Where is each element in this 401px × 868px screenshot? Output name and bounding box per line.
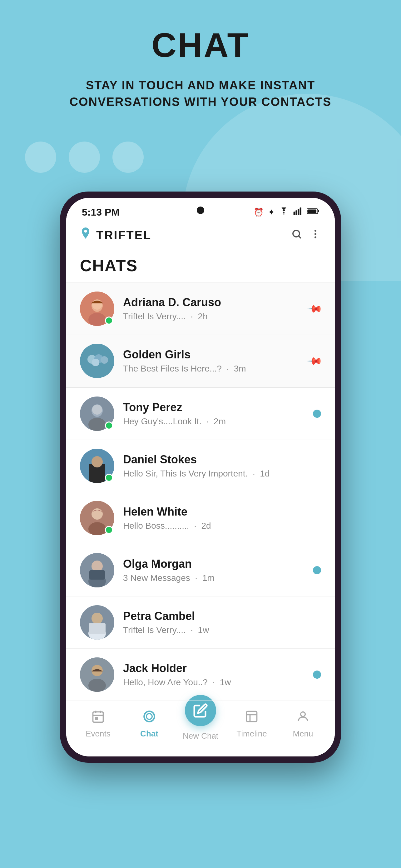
wifi-icon xyxy=(279,208,289,217)
unread-indicator xyxy=(313,410,321,418)
contact-name: Golden Girls xyxy=(123,348,308,361)
contact-name: Olga Morgan xyxy=(123,557,313,570)
svg-point-0 xyxy=(283,213,285,215)
message-preview: Hello, How Are You..? · 1w xyxy=(123,677,313,687)
timeline-icon xyxy=(245,710,259,726)
svg-rect-6 xyxy=(318,210,319,213)
chat-item[interactable]: Adriana D. Caruso Triftel Is Verry.... ·… xyxy=(66,283,335,335)
unread-indicator xyxy=(313,566,321,574)
chat-info: Olga Morgan 3 New Messages · 1m xyxy=(123,557,313,583)
events-label: Events xyxy=(86,729,110,739)
message-preview: The Best Files Is Here...? · 3m xyxy=(123,364,308,374)
location-pin-icon xyxy=(80,227,91,243)
menu-icon xyxy=(296,710,310,726)
bluetooth-icon: ✦ xyxy=(268,208,275,217)
signal-icon xyxy=(293,208,302,217)
svg-rect-2 xyxy=(295,211,297,215)
svg-point-51 xyxy=(301,712,305,717)
events-icon xyxy=(91,710,105,726)
chats-heading: CHATS xyxy=(66,250,335,283)
message-preview: 3 New Messages · 1m xyxy=(123,573,313,583)
phone-screen: 5:13 PM ⏰ ✦ xyxy=(66,198,335,756)
svg-rect-35 xyxy=(89,570,105,580)
nav-item-events[interactable]: Events xyxy=(72,710,124,739)
new-chat-label: New Chat xyxy=(183,731,218,741)
app-header: TRIFTEL xyxy=(66,221,335,250)
chat-info: Golden Girls The Best Files Is Here...? … xyxy=(123,348,308,374)
pin-icon: 📌 xyxy=(306,352,323,370)
page-subtitle: STAY IN TOUCH AND MAKE INSTANT CONVERSAT… xyxy=(60,77,341,110)
avatar xyxy=(80,553,114,587)
chat-meta xyxy=(313,566,321,574)
chat-item[interactable]: Tony Perez Hey Guy's....Look It. · 2m xyxy=(66,388,335,440)
message-preview: Triftel Is Verry.... · 2h xyxy=(123,312,308,321)
chat-meta: 📌 xyxy=(308,303,321,315)
contact-name: Tony Perez xyxy=(123,401,313,414)
page-title: CHAT xyxy=(19,25,382,65)
header-actions xyxy=(291,228,321,243)
message-preview: Triftel Is Verry.... · 1w xyxy=(123,625,321,635)
contact-name: Helen White xyxy=(123,505,321,518)
svg-point-42 xyxy=(89,679,106,692)
svg-point-24 xyxy=(89,418,106,431)
svg-point-31 xyxy=(89,522,106,535)
camera-notch xyxy=(197,207,204,214)
svg-point-30 xyxy=(92,508,103,520)
svg-point-49 xyxy=(146,714,152,719)
dot-2 xyxy=(69,142,100,173)
top-section: CHAT STAY IN TOUCH AND MAKE INSTANT CONV… xyxy=(0,0,401,123)
avatar-container xyxy=(80,397,114,431)
svg-point-48 xyxy=(144,711,155,722)
svg-point-20 xyxy=(101,356,108,364)
more-options-icon[interactable] xyxy=(310,228,321,243)
chat-info: Helen White Hello Boss.......... · 2d xyxy=(123,505,321,531)
battery-icon xyxy=(307,208,319,217)
svg-point-21 xyxy=(92,359,99,366)
svg-rect-39 xyxy=(89,623,106,634)
svg-rect-1 xyxy=(294,212,295,215)
alarm-icon: ⏰ xyxy=(254,208,264,217)
chat-list: Adriana D. Caruso Triftel Is Verry.... ·… xyxy=(66,283,335,701)
online-indicator xyxy=(105,316,113,324)
svg-rect-50 xyxy=(247,711,257,722)
svg-point-15 xyxy=(89,313,106,326)
dot-3 xyxy=(112,142,144,173)
svg-point-11 xyxy=(314,233,316,235)
chat-item[interactable]: Golden Girls The Best Files Is Here...? … xyxy=(66,335,335,387)
chat-item[interactable]: Olga Morgan 3 New Messages · 1m xyxy=(66,544,335,596)
contact-name: Jack Holder xyxy=(123,662,313,675)
chat-icon xyxy=(142,710,156,726)
nav-item-chat[interactable]: Chat xyxy=(124,710,175,739)
avatar-container xyxy=(80,291,114,326)
svg-point-12 xyxy=(314,237,316,239)
svg-rect-4 xyxy=(300,208,301,215)
svg-rect-7 xyxy=(307,210,316,213)
bottom-navigation: Events Chat xyxy=(66,701,335,756)
chat-item[interactable]: Petra Cambel Triftel Is Verry.... · 1w xyxy=(66,596,335,649)
svg-line-9 xyxy=(299,236,301,239)
contact-name: Petra Cambel xyxy=(123,610,321,623)
nav-item-new-chat[interactable]: New Chat xyxy=(175,707,226,741)
avatar-container xyxy=(80,344,114,378)
menu-label: Menu xyxy=(293,729,313,739)
phone-outer: 5:13 PM ⏰ ✦ xyxy=(60,191,341,763)
avatar-container xyxy=(80,657,114,692)
chat-item[interactable]: Jack Holder Hello, How Are You..? · 1w xyxy=(66,649,335,701)
chat-meta xyxy=(313,671,321,679)
nav-item-timeline[interactable]: Timeline xyxy=(226,710,277,739)
nav-item-menu[interactable]: Menu xyxy=(277,710,329,739)
app-name: TRIFTEL xyxy=(96,229,152,242)
svg-point-10 xyxy=(314,230,316,232)
unread-indicator xyxy=(313,671,321,679)
search-icon[interactable] xyxy=(291,228,302,243)
chat-item[interactable]: Daniel Stokes Hello Sir, This Is Very Im… xyxy=(66,440,335,492)
dot-1 xyxy=(25,142,56,173)
contact-name: Adriana D. Caruso xyxy=(123,296,308,309)
chat-info: Adriana D. Caruso Triftel Is Verry.... ·… xyxy=(123,296,308,321)
message-preview: Hello Boss.......... · 2d xyxy=(123,521,321,531)
svg-point-37 xyxy=(92,613,103,624)
svg-point-8 xyxy=(293,230,300,237)
avatar-container xyxy=(80,605,114,640)
chat-item[interactable]: Helen White Hello Boss.......... · 2d xyxy=(66,492,335,544)
svg-point-33 xyxy=(92,561,103,572)
